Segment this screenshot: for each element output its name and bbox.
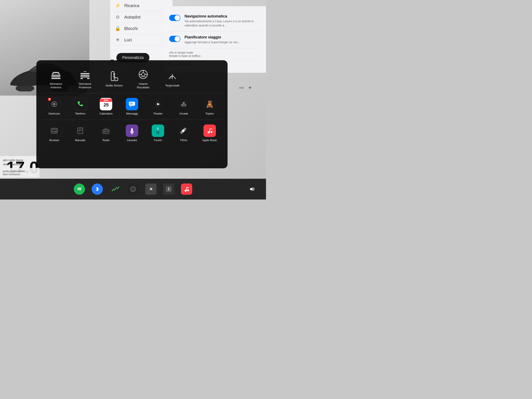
tergicristalli-label: Tergicristalli	[165, 84, 179, 88]
taskbar-close[interactable]: ✕	[145, 184, 157, 195]
tergicristalli-icon	[167, 71, 178, 82]
messaggi-icon-box	[126, 98, 138, 110]
radio-icon	[102, 127, 110, 134]
sbrinatore-posteriore-label: SbrinatorePosteriore	[79, 82, 91, 89]
tunein-label: TuneIn	[154, 139, 162, 142]
karaoke-icon	[128, 127, 136, 134]
caraoke-label: Caraoke	[127, 139, 137, 142]
svg-point-67	[187, 190, 189, 191]
caraoke-icon-wrap	[125, 124, 139, 137]
app-caraoke[interactable]: Caraoke	[119, 122, 145, 144]
ricarica-icon: ⚡	[114, 3, 121, 8]
theater-icon-box	[152, 98, 164, 110]
svg-marker-70	[250, 187, 253, 191]
browser-icon-wrap	[48, 124, 61, 137]
app-toybox[interactable]: 🧸 Toybox	[196, 96, 222, 117]
app-sbrinatore-posteriore[interactable]: ▪▪▪ SbrinatorePosteriore	[70, 66, 100, 91]
app-theater[interactable]: Theater	[145, 96, 171, 117]
app-tergicristalli[interactable]: Tergicristalli	[158, 68, 187, 89]
tidal-label: TIDAL	[180, 139, 188, 142]
plus-button[interactable]: +	[245, 83, 254, 92]
light-icon: ✳	[114, 37, 121, 43]
app-radio[interactable]: Radio	[93, 122, 119, 144]
arcade-icon-wrap	[177, 97, 190, 111]
svg-rect-36	[51, 128, 57, 130]
apple-music-icon	[206, 127, 213, 134]
apple-music-label: Apple Music	[202, 139, 217, 142]
radio-icon-wrap	[99, 124, 113, 137]
app-browser[interactable]: Browser	[41, 122, 67, 144]
svg-rect-39	[54, 131, 57, 132]
svg-rect-47	[106, 131, 108, 131]
app-arcade[interactable]: Arcade	[171, 96, 197, 117]
tunein-i: I	[157, 131, 159, 134]
svg-rect-11	[87, 78, 89, 79]
manuale-icon-wrap	[74, 124, 87, 137]
svg-point-57	[211, 131, 212, 133]
stocks-icon	[111, 185, 119, 193]
taskbar-camera[interactable]	[127, 184, 139, 195]
taskbar-info[interactable]: i	[163, 184, 174, 195]
radio-label: Radio	[102, 139, 109, 142]
taskbar: ✕ i	[0, 179, 266, 200]
info-icon: i	[165, 186, 172, 192]
toggle-pianificatore[interactable]: Pianificatore viaggio Aggiunge fermata a…	[169, 31, 261, 48]
info-row: info in tempo reale ttimale in base al t…	[169, 48, 261, 60]
svg-rect-7	[80, 75, 89, 76]
settings-item-autopilot[interactable]: ⊙ Autopilot	[114, 12, 168, 23]
svg-point-46	[104, 131, 105, 132]
close-x-label: ✕	[149, 187, 153, 192]
settings-item-blocchi[interactable]: 🔒 Blocchi	[114, 23, 168, 34]
taskbar-bluetooth[interactable]	[92, 184, 103, 195]
lock-icon: 🔒	[114, 26, 121, 31]
svg-point-63	[133, 189, 133, 190]
svg-rect-69	[186, 187, 189, 188]
climate-row: ≋≋≋ SbrinatoreAnteriore ▪▪▪ SbrinatorePo…	[41, 64, 222, 93]
svg-rect-38	[52, 132, 54, 132]
taskbar-spotify[interactable]	[74, 184, 85, 195]
app-calendario[interactable]: MAG 25 Calendario	[93, 96, 119, 117]
camera-icon	[130, 186, 136, 192]
dashcam-label: Dashcam	[49, 112, 60, 115]
app-volante-riscaldato[interactable]: ≋≋≋ VolanteRiscaldato	[129, 66, 158, 91]
taskbar-volume[interactable]	[247, 184, 258, 195]
taskbar-stocks[interactable]	[109, 184, 121, 195]
svg-text:i: i	[168, 187, 169, 191]
svg-rect-8	[80, 76, 89, 77]
autopilot-icon: ⊙	[114, 14, 121, 20]
volante-riscaldato-icon-wrap: ≋≋≋	[137, 68, 150, 81]
tidal-icon-wrap	[177, 124, 190, 137]
toggle-nav-auto[interactable]: Navigazione automatica Vai automaticamen…	[169, 10, 261, 31]
app-sbrinatore-anteriore[interactable]: ≋≋≋ SbrinatoreAnteriore	[41, 66, 70, 91]
app-apple-music[interactable]: Apple Music	[196, 122, 222, 144]
calendar-date: 25	[103, 102, 108, 108]
app-tunein[interactable]: T I TuneIn	[145, 122, 171, 144]
settings-item-ricarica[interactable]: ⚡ Ricarica	[114, 0, 168, 12]
sbrinatore-anteriore-icon: ≋≋≋	[51, 69, 61, 80]
sbrinatore-anteriore-icon-wrap: ≋≋≋	[49, 68, 63, 81]
svg-rect-37	[52, 131, 54, 131]
tunein-icon-wrap: T I	[151, 124, 165, 137]
sbrinatore-posteriore-icon: ▪▪▪	[80, 69, 90, 80]
toybox-icon-wrap: 🧸	[203, 97, 216, 111]
settings-item-luci[interactable]: ✳ Luci	[114, 34, 168, 46]
svg-point-33	[182, 104, 183, 105]
toybox-icon-box: 🧸	[203, 98, 216, 110]
media-status-text: porto multimediale itivo connesso	[0, 168, 39, 177]
tunein-icon-box: T I	[152, 125, 164, 137]
svg-point-56	[208, 131, 210, 133]
app-telefono[interactable]: Telefono	[67, 96, 93, 117]
phone-icon	[76, 100, 84, 108]
app-messaggi[interactable]: Messaggi	[119, 96, 145, 117]
calendario-icon-box: MAG 25	[100, 98, 112, 110]
manuale-icon-box	[74, 125, 86, 137]
nav-auto-toggle[interactable]	[169, 15, 180, 21]
taskbar-music[interactable]	[181, 184, 192, 195]
svg-rect-30	[181, 104, 186, 107]
app-sedile-sinistro[interactable]: ≋ ≋ ≋ Sedile Sinistro	[100, 68, 129, 89]
app-tidal[interactable]: TIDAL	[171, 122, 197, 144]
svg-text:≋≋≋: ≋≋≋	[141, 76, 146, 78]
app-dashcam[interactable]: ✕ Dashcam	[41, 96, 67, 117]
pianificatore-toggle[interactable]	[169, 36, 180, 42]
app-manuale[interactable]: Manuale	[67, 122, 93, 144]
